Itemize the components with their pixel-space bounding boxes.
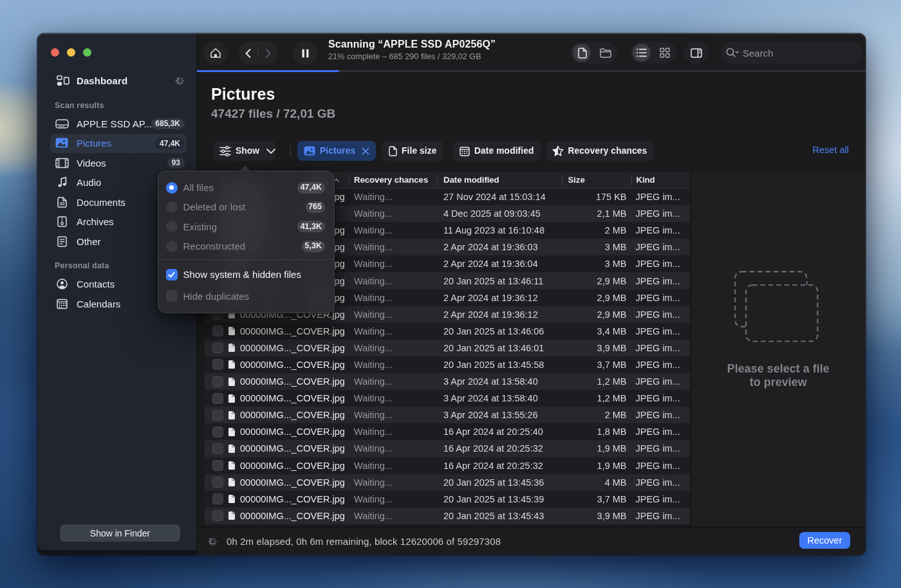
- radio-icon[interactable]: [166, 241, 178, 252]
- cell-recovery-chances: Waiting...: [349, 376, 437, 387]
- table-row[interactable]: 00000IMG..._COVER.jpgWaiting...3 Apr 202…: [205, 390, 690, 407]
- cell-recovery-chances: Waiting...: [349, 326, 437, 336]
- folders-view-button[interactable]: [594, 42, 617, 64]
- sidebar-item-apple-ssd-ap[interactable]: APPLE SSD AP...685,3K: [50, 114, 187, 134]
- page-subtitle: 47427 files / 72,01 GB: [211, 107, 335, 121]
- popover-option-reconstructed[interactable]: Reconstructed5,3K: [158, 237, 335, 256]
- cell-size: 175 KB: [562, 192, 631, 202]
- column-header-size[interactable]: Size: [562, 172, 631, 188]
- file-icon: [578, 48, 587, 59]
- row-checkbox[interactable]: [212, 477, 223, 488]
- show-in-finder-button[interactable]: Show in Finder: [60, 524, 180, 542]
- toggle-preview-panel-button[interactable]: [684, 42, 709, 64]
- sidebar-item-dashboard[interactable]: Dashboard: [37, 71, 197, 91]
- cell-kind: JPEG im...: [631, 343, 691, 353]
- table-row[interactable]: 00000IMG..._COVER.jpgWaiting...3 Apr 202…: [205, 407, 690, 423]
- sidebar-item-label: Other: [77, 236, 101, 247]
- recover-button[interactable]: Recover: [799, 532, 850, 549]
- recovery-chances-filter-button[interactable]: Recovery chances: [546, 141, 654, 161]
- table-row[interactable]: 00000IMG..._COVER.jpgWaiting...3 Apr 202…: [205, 373, 690, 390]
- sidebar-item-pictures[interactable]: Pictures47,4K: [50, 134, 187, 154]
- minimize-window-button[interactable]: [67, 48, 75, 57]
- pictures-filter-chip[interactable]: Pictures: [297, 141, 376, 161]
- filter-bar: Show Pictures: [197, 141, 866, 161]
- search-placeholder: Search: [743, 48, 774, 59]
- back-button[interactable]: [238, 41, 258, 65]
- popover-option-label: Reconstructed: [183, 241, 246, 252]
- status-text: 0h 2m elapsed, 0h 6m remaining, block 12…: [227, 536, 501, 547]
- row-checkbox[interactable]: [212, 393, 223, 404]
- row-checkbox[interactable]: [212, 342, 223, 353]
- radio-selected-icon[interactable]: [166, 182, 178, 194]
- row-checkbox[interactable]: [212, 443, 223, 454]
- chevron-left-icon: [245, 49, 251, 58]
- row-checkbox[interactable]: [212, 376, 223, 387]
- date-modified-filter-button[interactable]: Date modified: [453, 141, 541, 161]
- popover-checkbox-hide-duplicates[interactable]: Hide duplicates: [158, 286, 335, 306]
- popover-option-deleted-or-lost[interactable]: Deleted or lost765: [158, 198, 335, 217]
- table-row[interactable]: 00000IMG..._COVER.jpgWaiting...20 Jan 20…: [205, 323, 690, 340]
- zoom-window-button[interactable]: [83, 48, 91, 57]
- file-icon: [228, 326, 236, 336]
- radio-icon[interactable]: [166, 221, 178, 232]
- file-name: 00000IMG..._COVER.jpg: [240, 393, 345, 403]
- cell-kind: JPEG im...: [631, 259, 691, 269]
- close-icon[interactable]: [362, 147, 369, 155]
- cell-name: 00000IMG..._COVER.jpg: [205, 427, 349, 437]
- table-row[interactable]: 00000IMG..._COVER.jpgWaiting...20 Jan 20…: [205, 508, 690, 524]
- grid-icon: [660, 48, 670, 58]
- checkbox-icon[interactable]: [166, 290, 178, 302]
- radio-icon[interactable]: [166, 201, 178, 213]
- grid-view-button[interactable]: [653, 42, 676, 64]
- cell-name: 00000IMG..._COVER.jpg: [205, 510, 349, 521]
- table-row[interactable]: 00000IMG..._COVER.jpgWaiting...16 Apr 20…: [205, 423, 690, 440]
- cell-date-modified: 20 Jan 2025 at 13:45:39: [437, 494, 562, 504]
- table-row[interactable]: 00000IMG..._COVER.jpgWaiting...16 Apr 20…: [205, 440, 690, 457]
- search-field[interactable]: Search: [721, 42, 863, 64]
- popover-checkbox-show-system-hidden-files[interactable]: Show system & hidden files: [158, 265, 335, 284]
- popover-checkbox-label: Hide duplicates: [183, 291, 250, 302]
- cell-recovery-chances: Waiting...: [349, 511, 437, 521]
- row-checkbox[interactable]: [212, 427, 223, 437]
- row-checkbox[interactable]: [212, 510, 223, 521]
- column-header-date-modified[interactable]: Date modified: [437, 172, 562, 188]
- show-filter-button[interactable]: Show: [213, 141, 275, 161]
- cell-kind: JPEG im...: [631, 376, 691, 387]
- cell-size: 3,4 MB: [562, 326, 631, 336]
- close-window-button[interactable]: [51, 48, 59, 57]
- table-row[interactable]: 00000IMG..._COVER.jpgWaiting...16 Apr 20…: [205, 457, 690, 474]
- cell-recovery-chances: Waiting...: [349, 410, 437, 420]
- file-size-filter-button[interactable]: File size: [382, 141, 443, 161]
- popover-option-label: Existing: [183, 221, 218, 232]
- list-view-button[interactable]: [630, 42, 653, 64]
- files-view-button[interactable]: [571, 42, 594, 64]
- row-checkbox[interactable]: [212, 410, 223, 421]
- cell-name: 00000IMG..._COVER.jpg: [205, 393, 349, 404]
- column-header-recovery-chances[interactable]: Recovery chances: [349, 172, 437, 188]
- popover-option-existing[interactable]: Existing41,3K: [158, 217, 335, 236]
- row-checkbox[interactable]: [212, 493, 223, 504]
- cell-date-modified: 4 Dec 2025 at 09:03:45: [437, 208, 562, 219]
- reset-all-link[interactable]: Reset all: [813, 145, 849, 155]
- cell-date-modified: 2 Apr 2024 at 19:36:03: [437, 242, 562, 252]
- pause-scan-button[interactable]: [293, 41, 317, 65]
- cell-recovery-chances: Waiting...: [349, 393, 437, 403]
- cell-size: 1,9 MB: [562, 461, 631, 471]
- file-name: 00000IMG..._COVER.jpg: [240, 326, 345, 336]
- sidebar-item-label: Audio: [77, 177, 101, 188]
- row-checkbox[interactable]: [212, 326, 223, 336]
- table-row[interactable]: 00000IMG..._COVER.jpgWaiting...20 Jan 20…: [205, 340, 690, 356]
- column-header-kind[interactable]: Kind: [631, 172, 691, 188]
- popover-option-all-files[interactable]: All files47,4K: [158, 178, 335, 198]
- table-row[interactable]: 00000IMG..._COVER.jpgWaiting...20 Jan 20…: [205, 491, 690, 508]
- sidebar-item-videos[interactable]: Videos93: [50, 153, 187, 173]
- cell-size: 3,7 MB: [562, 494, 631, 504]
- forward-button[interactable]: [258, 41, 278, 65]
- table-row[interactable]: 00000IMG..._COVER.jpgWaiting...20 Jan 20…: [205, 356, 690, 373]
- table-row[interactable]: 00000IMG..._COVER.jpgWaiting...20 Jan 20…: [205, 474, 690, 491]
- row-checkbox[interactable]: [212, 359, 223, 370]
- checkbox-checked-icon[interactable]: [166, 269, 178, 280]
- cell-date-modified: 16 Apr 2024 at 20:25:32: [437, 443, 562, 454]
- home-button[interactable]: [203, 41, 228, 65]
- row-checkbox[interactable]: [212, 460, 223, 471]
